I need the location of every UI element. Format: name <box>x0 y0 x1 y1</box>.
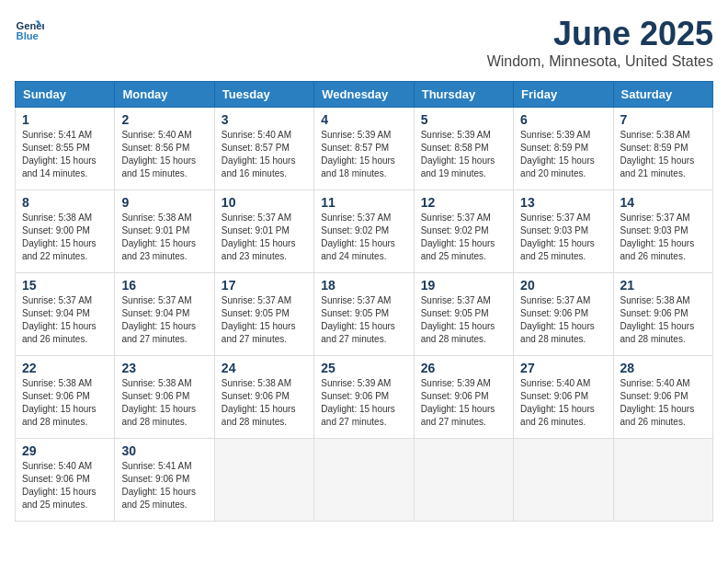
location-title: Windom, Minnesota, United States <box>487 53 713 70</box>
day-cell: 13Sunrise: 5:37 AM Sunset: 9:03 PM Dayli… <box>514 190 613 273</box>
day-number: 14 <box>620 195 706 210</box>
day-cell: 27Sunrise: 5:40 AM Sunset: 9:06 PM Dayli… <box>514 356 613 439</box>
logo-icon: General Blue <box>15 15 44 44</box>
day-info: Sunrise: 5:38 AM Sunset: 9:01 PM Dayligh… <box>121 212 207 263</box>
day-info: Sunrise: 5:40 AM Sunset: 9:06 PM Dayligh… <box>22 460 108 511</box>
day-info: Sunrise: 5:40 AM Sunset: 9:06 PM Dayligh… <box>520 377 606 429</box>
day-info: Sunrise: 5:37 AM Sunset: 9:04 PM Dayligh… <box>22 294 108 346</box>
day-cell: 26Sunrise: 5:39 AM Sunset: 9:06 PM Dayli… <box>414 356 513 439</box>
day-cell: 20Sunrise: 5:37 AM Sunset: 9:06 PM Dayli… <box>514 273 613 356</box>
day-info: Sunrise: 5:40 AM Sunset: 8:56 PM Dayligh… <box>121 129 207 180</box>
day-cell: 24Sunrise: 5:38 AM Sunset: 9:06 PM Dayli… <box>214 356 313 439</box>
day-number: 20 <box>520 278 606 293</box>
day-cell: 23Sunrise: 5:38 AM Sunset: 9:06 PM Dayli… <box>115 356 214 439</box>
day-info: Sunrise: 5:38 AM Sunset: 9:06 PM Dayligh… <box>22 377 108 429</box>
day-number: 25 <box>321 361 406 375</box>
day-cell: 22Sunrise: 5:38 AM Sunset: 9:06 PM Dayli… <box>16 356 115 439</box>
weekday-header-saturday: Saturday <box>613 82 712 108</box>
day-info: Sunrise: 5:37 AM Sunset: 9:01 PM Dayligh… <box>222 212 307 263</box>
day-number: 15 <box>22 278 108 293</box>
day-cell: 9Sunrise: 5:38 AM Sunset: 9:01 PM Daylig… <box>115 190 214 273</box>
day-number: 29 <box>22 443 108 458</box>
day-cell: 18Sunrise: 5:37 AM Sunset: 9:05 PM Dayli… <box>314 273 414 356</box>
day-cell <box>414 439 513 522</box>
week-row-4: 22Sunrise: 5:38 AM Sunset: 9:06 PM Dayli… <box>16 356 713 439</box>
day-number: 12 <box>421 195 506 210</box>
day-number: 18 <box>321 278 406 293</box>
day-info: Sunrise: 5:37 AM Sunset: 9:06 PM Dayligh… <box>520 294 606 346</box>
day-cell <box>613 439 712 522</box>
day-cell <box>314 439 414 522</box>
day-number: 30 <box>121 443 207 458</box>
day-info: Sunrise: 5:38 AM Sunset: 9:00 PM Dayligh… <box>22 212 108 263</box>
day-cell: 10Sunrise: 5:37 AM Sunset: 9:01 PM Dayli… <box>214 190 313 273</box>
day-number: 24 <box>222 361 307 375</box>
day-cell: 11Sunrise: 5:37 AM Sunset: 9:02 PM Dayli… <box>314 190 414 273</box>
day-cell: 14Sunrise: 5:37 AM Sunset: 9:03 PM Dayli… <box>613 190 712 273</box>
day-cell: 6Sunrise: 5:39 AM Sunset: 8:59 PM Daylig… <box>514 108 613 190</box>
day-cell: 5Sunrise: 5:39 AM Sunset: 8:58 PM Daylig… <box>414 108 513 190</box>
day-cell: 19Sunrise: 5:37 AM Sunset: 9:05 PM Dayli… <box>414 273 513 356</box>
day-info: Sunrise: 5:41 AM Sunset: 9:06 PM Dayligh… <box>121 460 207 511</box>
day-info: Sunrise: 5:39 AM Sunset: 8:57 PM Dayligh… <box>321 129 406 180</box>
day-info: Sunrise: 5:40 AM Sunset: 8:57 PM Dayligh… <box>222 129 307 180</box>
day-info: Sunrise: 5:37 AM Sunset: 9:02 PM Dayligh… <box>321 212 406 263</box>
day-cell <box>214 439 313 522</box>
day-number: 26 <box>421 361 506 375</box>
svg-text:Blue: Blue <box>17 30 39 41</box>
calendar-table: SundayMondayTuesdayWednesdayThursdayFrid… <box>15 81 713 522</box>
day-number: 22 <box>22 361 108 375</box>
day-number: 17 <box>222 278 307 293</box>
weekday-header-row: SundayMondayTuesdayWednesdayThursdayFrid… <box>16 82 713 108</box>
logo: General Blue <box>15 15 44 44</box>
day-number: 5 <box>421 112 506 127</box>
day-info: Sunrise: 5:37 AM Sunset: 9:05 PM Dayligh… <box>321 294 406 346</box>
day-cell: 16Sunrise: 5:37 AM Sunset: 9:04 PM Dayli… <box>115 273 214 356</box>
week-row-1: 1Sunrise: 5:41 AM Sunset: 8:55 PM Daylig… <box>16 108 713 190</box>
day-number: 3 <box>222 112 307 127</box>
day-number: 2 <box>121 112 207 127</box>
month-title: June 2025 <box>487 15 713 53</box>
day-info: Sunrise: 5:37 AM Sunset: 9:02 PM Dayligh… <box>421 212 506 263</box>
day-number: 19 <box>421 278 506 293</box>
day-number: 4 <box>321 112 406 127</box>
day-cell: 29Sunrise: 5:40 AM Sunset: 9:06 PM Dayli… <box>16 439 115 522</box>
day-info: Sunrise: 5:39 AM Sunset: 9:06 PM Dayligh… <box>421 377 506 429</box>
day-info: Sunrise: 5:39 AM Sunset: 8:58 PM Dayligh… <box>421 129 506 180</box>
day-cell: 28Sunrise: 5:40 AM Sunset: 9:06 PM Dayli… <box>613 356 712 439</box>
day-number: 16 <box>121 278 207 293</box>
weekday-header-tuesday: Tuesday <box>214 82 313 108</box>
day-cell: 8Sunrise: 5:38 AM Sunset: 9:00 PM Daylig… <box>16 190 115 273</box>
day-info: Sunrise: 5:38 AM Sunset: 9:06 PM Dayligh… <box>121 377 207 429</box>
day-cell: 12Sunrise: 5:37 AM Sunset: 9:02 PM Dayli… <box>414 190 513 273</box>
day-cell: 15Sunrise: 5:37 AM Sunset: 9:04 PM Dayli… <box>16 273 115 356</box>
day-info: Sunrise: 5:38 AM Sunset: 9:06 PM Dayligh… <box>222 377 307 429</box>
day-cell: 17Sunrise: 5:37 AM Sunset: 9:05 PM Dayli… <box>214 273 313 356</box>
weekday-header-thursday: Thursday <box>414 82 513 108</box>
day-info: Sunrise: 5:37 AM Sunset: 9:03 PM Dayligh… <box>620 212 706 263</box>
svg-text:General: General <box>17 20 44 31</box>
day-cell: 30Sunrise: 5:41 AM Sunset: 9:06 PM Dayli… <box>115 439 214 522</box>
day-cell: 21Sunrise: 5:38 AM Sunset: 9:06 PM Dayli… <box>613 273 712 356</box>
day-cell: 3Sunrise: 5:40 AM Sunset: 8:57 PM Daylig… <box>214 108 313 190</box>
day-cell: 25Sunrise: 5:39 AM Sunset: 9:06 PM Dayli… <box>314 356 414 439</box>
day-info: Sunrise: 5:41 AM Sunset: 8:55 PM Dayligh… <box>22 129 108 180</box>
day-cell <box>514 439 613 522</box>
page-header: General Blue June 2025 Windom, Minnesota… <box>15 15 713 70</box>
week-row-3: 15Sunrise: 5:37 AM Sunset: 9:04 PM Dayli… <box>16 273 713 356</box>
day-number: 8 <box>22 195 108 210</box>
day-number: 21 <box>620 278 706 293</box>
day-number: 9 <box>121 195 207 210</box>
week-row-2: 8Sunrise: 5:38 AM Sunset: 9:00 PM Daylig… <box>16 190 713 273</box>
weekday-header-friday: Friday <box>514 82 613 108</box>
day-info: Sunrise: 5:37 AM Sunset: 9:04 PM Dayligh… <box>121 294 207 346</box>
title-area: June 2025 Windom, Minnesota, United Stat… <box>487 15 713 70</box>
day-number: 10 <box>222 195 307 210</box>
weekday-header-wednesday: Wednesday <box>314 82 414 108</box>
day-number: 27 <box>520 361 606 375</box>
week-row-5: 29Sunrise: 5:40 AM Sunset: 9:06 PM Dayli… <box>16 439 713 522</box>
day-number: 7 <box>620 112 706 127</box>
day-number: 11 <box>321 195 406 210</box>
day-cell: 7Sunrise: 5:38 AM Sunset: 8:59 PM Daylig… <box>613 108 712 190</box>
day-info: Sunrise: 5:37 AM Sunset: 9:03 PM Dayligh… <box>520 212 606 263</box>
